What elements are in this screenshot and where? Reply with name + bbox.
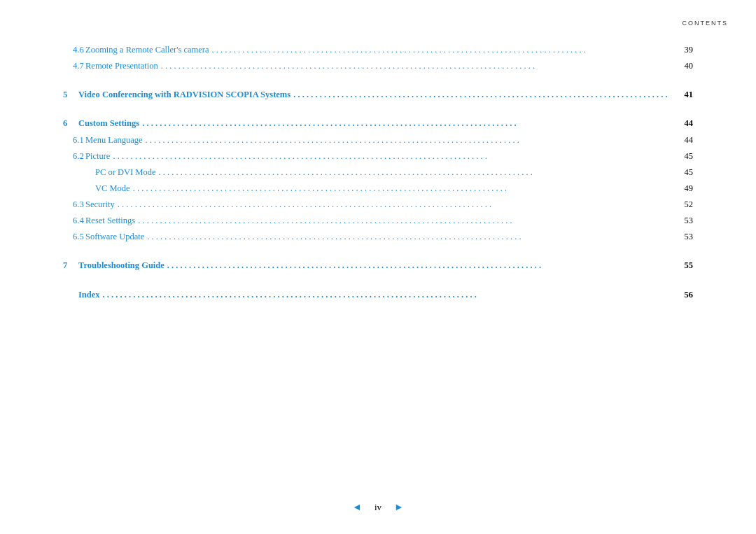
toc-label-4-6[interactable]: Zooming a Remote Caller's camera bbox=[85, 42, 209, 58]
toc-entry-6[interactable]: 6 Custom Settings 44 bbox=[63, 115, 693, 132]
toc-entry-index[interactable]: Index 56 bbox=[63, 287, 693, 303]
toc-entry-6-3[interactable]: 6.3 Security 52 bbox=[63, 197, 693, 213]
toc-page-4-7: 40 bbox=[673, 58, 693, 74]
toc-page-6-2: 45 bbox=[673, 148, 693, 164]
toc-dots-vc-mode bbox=[130, 181, 673, 197]
toc-num-6-4: 6.4 bbox=[63, 213, 85, 229]
toc-page-6-5: 53 bbox=[673, 229, 693, 245]
toc-num-4-7: 4.7 bbox=[63, 58, 85, 74]
toc-page-6-1: 44 bbox=[673, 132, 693, 148]
toc-dots-5 bbox=[290, 87, 673, 103]
toc-dots-6-3 bbox=[115, 197, 673, 213]
toc-dots-6 bbox=[139, 115, 673, 132]
toc-label-6-4[interactable]: Reset Settings bbox=[85, 213, 135, 229]
toc-num-6-3: 6.3 bbox=[63, 197, 85, 213]
toc-entry-6-2[interactable]: 6.2 Picture 45 bbox=[63, 148, 693, 164]
toc-label-5[interactable]: Video Conferencing with RADVISION SCOPIA… bbox=[78, 87, 290, 103]
toc-num-6-5: 6.5 bbox=[63, 229, 85, 245]
toc-label-4-7[interactable]: Remote Presentation bbox=[85, 58, 158, 74]
toc-entry-6-1[interactable]: 6.1 Menu Language 44 bbox=[63, 132, 693, 148]
toc-entry-4-6[interactable]: 4.6 Zooming a Remote Caller's camera 39 bbox=[63, 42, 693, 58]
toc-page-6-4: 53 bbox=[673, 213, 693, 229]
toc-entry-7[interactable]: 7 Troubleshooting Guide 55 bbox=[63, 258, 693, 274]
toc-num-5: 5 bbox=[63, 87, 78, 103]
toc-entry-4-7[interactable]: 4.7 Remote Presentation 40 bbox=[63, 58, 693, 74]
toc-label-6[interactable]: Custom Settings bbox=[78, 115, 139, 132]
toc-page-6: 44 bbox=[673, 115, 693, 132]
toc-entry-pc-dvi[interactable]: PC or DVI Mode 45 bbox=[63, 164, 693, 181]
toc-dots-pc-dvi bbox=[155, 164, 673, 181]
next-page-button[interactable]: ► bbox=[394, 502, 404, 513]
current-page-number: iv bbox=[374, 502, 382, 513]
toc-dots-4-6 bbox=[209, 42, 674, 58]
toc-dots-6-1 bbox=[143, 132, 673, 148]
toc-page-index: 56 bbox=[673, 287, 693, 303]
toc-page-pc-dvi: 45 bbox=[673, 164, 693, 181]
toc-label-index[interactable]: Index bbox=[78, 287, 100, 303]
toc-dots-index bbox=[100, 287, 673, 303]
toc-dots-7 bbox=[164, 258, 673, 274]
toc-dots-6-2 bbox=[110, 148, 673, 164]
toc-page-vc-mode: 49 bbox=[673, 181, 693, 197]
toc-label-pc-dvi[interactable]: PC or DVI Mode bbox=[95, 164, 155, 181]
toc-entry-5[interactable]: 5 Video Conferencing with RADVISION SCOP… bbox=[63, 87, 693, 103]
toc-page-5: 41 bbox=[673, 87, 693, 103]
page-container: CONTENTS 4.6 Zooming a Remote Caller's c… bbox=[0, 0, 756, 534]
toc-entry-6-4[interactable]: 6.4 Reset Settings 53 bbox=[63, 213, 693, 229]
toc-dots-6-5 bbox=[144, 229, 673, 245]
contents-header: CONTENTS bbox=[682, 20, 729, 27]
toc-num-7: 7 bbox=[63, 258, 78, 274]
toc-entry-6-5[interactable]: 6.5 Software Update 53 bbox=[63, 229, 693, 245]
toc-entry-vc-mode[interactable]: VC Mode 49 bbox=[63, 181, 693, 197]
toc-page-7: 55 bbox=[673, 258, 693, 274]
toc-dots-4-7 bbox=[158, 58, 673, 74]
toc-num-6-2: 6.2 bbox=[63, 148, 85, 164]
toc-area: 4.6 Zooming a Remote Caller's camera 39 … bbox=[63, 42, 693, 303]
toc-label-6-1[interactable]: Menu Language bbox=[85, 132, 143, 148]
toc-num-6-1: 6.1 bbox=[63, 132, 85, 148]
toc-dots-6-4 bbox=[135, 213, 673, 229]
toc-num-6: 6 bbox=[63, 115, 78, 132]
toc-num-4-6: 4.6 bbox=[63, 42, 85, 58]
toc-label-6-2[interactable]: Picture bbox=[85, 148, 110, 164]
toc-page-4-6: 39 bbox=[673, 42, 693, 58]
toc-label-vc-mode[interactable]: VC Mode bbox=[95, 181, 130, 197]
toc-page-6-3: 52 bbox=[673, 197, 693, 213]
toc-label-7[interactable]: Troubleshooting Guide bbox=[78, 258, 164, 274]
toc-label-6-5[interactable]: Software Update bbox=[85, 229, 144, 245]
toc-label-6-3[interactable]: Security bbox=[85, 197, 115, 213]
prev-page-button[interactable]: ◄ bbox=[352, 502, 362, 513]
nav-footer: ◄ iv ► bbox=[352, 502, 404, 513]
